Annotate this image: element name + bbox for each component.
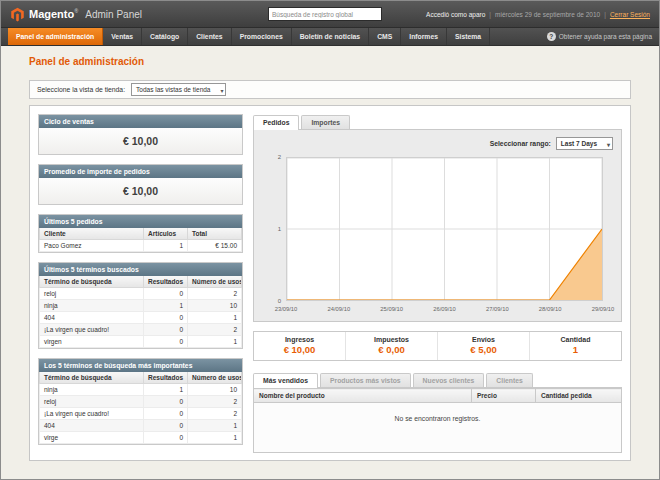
search-term: 404: [40, 312, 144, 324]
search-uses: 2: [188, 408, 242, 420]
nav-item-system[interactable]: Sistema: [447, 28, 490, 45]
dashboard-main-box: Ciclo de ventas € 10,00 Promedio de impo…: [29, 105, 631, 461]
chart-grid: [287, 158, 602, 300]
column-header: Número de usos: [188, 276, 242, 288]
tab-customers[interactable]: Clientes: [486, 373, 532, 387]
last-orders-panel: Últimos 5 pedidos Cliente Artículos Tota…: [38, 214, 243, 253]
search-results: 0: [144, 312, 188, 324]
nav-item-catalog[interactable]: Catálogo: [142, 28, 188, 45]
logged-in-text: Accedió como aparo: [426, 11, 485, 18]
lifetime-sales-value: € 10,00: [39, 128, 242, 154]
nav-item-dashboard[interactable]: Panel de administración: [8, 28, 103, 45]
range-select[interactable]: Last 7 Days: [556, 137, 613, 150]
magento-logo-icon: [10, 7, 25, 22]
column-header: Resultados: [144, 372, 188, 384]
search-term-row[interactable]: reloj 0 2: [40, 288, 242, 300]
separator: |: [604, 11, 606, 18]
magento-logo[interactable]: Magento® Admin Panel: [10, 7, 142, 22]
search-term: reloj: [40, 396, 144, 408]
tab-most-viewed[interactable]: Productos más vistos: [320, 373, 411, 387]
empty-row: No se encontraron registros.: [254, 403, 622, 453]
search-term-row[interactable]: ¡La virgen que cuadro! 0 2: [40, 408, 242, 420]
nav-item-promotions[interactable]: Promociones: [232, 28, 292, 45]
store-switcher-label: Seleccione la vista de tienda:: [37, 86, 125, 93]
search-term: 404: [40, 420, 144, 432]
y-axis-label: 0: [278, 298, 281, 304]
search-term: ninja: [40, 384, 144, 396]
range-selected-value: Last 7 Days: [561, 140, 597, 147]
nav-item-reports[interactable]: Informes: [401, 28, 447, 45]
search-term-row[interactable]: 404 0 1: [40, 312, 242, 324]
range-select-label: Seleccionar rango:: [490, 140, 551, 147]
total-label: Cantidad: [530, 336, 621, 343]
tab-bestsellers[interactable]: Más vendidos: [253, 373, 318, 388]
total-quantity: Cantidad 1: [529, 332, 621, 360]
chart-plot: [286, 157, 603, 301]
x-axis-label: 26/09/10: [433, 306, 456, 312]
search-term-row[interactable]: virgen 0 1: [40, 336, 242, 348]
search-term-row[interactable]: virge 0 1: [40, 432, 242, 444]
magento-admin-window: Magento® Admin Panel Accedió como aparo …: [0, 0, 660, 480]
column-header: Precio: [472, 389, 536, 403]
help-link[interactable]: Obtener ayuda para esta página: [547, 28, 652, 45]
search-results: 0: [144, 396, 188, 408]
y-axis: 012: [268, 157, 284, 301]
search-term: virge: [40, 432, 144, 444]
brand-text: Magento: [29, 8, 74, 20]
tab-pedidos[interactable]: Pedidos: [253, 115, 299, 130]
dashboard-right-column: Pedidos Importes Seleccionar rango: Last…: [253, 114, 622, 452]
search-term-row[interactable]: ¡La virgen que cuadro! 0 2: [40, 324, 242, 336]
nav-item-customers[interactable]: Clientes: [188, 28, 231, 45]
search-term: ¡La virgen que cuadro!: [40, 408, 144, 420]
nav-item-sales[interactable]: Ventas: [103, 28, 142, 45]
x-axis-label: 28/09/10: [539, 306, 562, 312]
panel-title: Últimos 5 pedidos: [39, 215, 242, 228]
search-term-row[interactable]: ninja 1 10: [40, 384, 242, 396]
top-search-terms-table: Término de búsqueda Resultados Número de…: [39, 372, 242, 444]
order-customer: Paco Gomez: [40, 240, 144, 252]
order-row[interactable]: Paco Gomez 1 € 15.00: [40, 240, 242, 252]
search-term-row[interactable]: ninja 1 10: [40, 300, 242, 312]
order-total: € 15.00: [188, 240, 242, 252]
last-orders-table: Cliente Artículos Total Paco Gomez 1 € 1…: [39, 228, 242, 252]
search-term-row[interactable]: 404 0 1: [40, 420, 242, 432]
store-switcher-bar: Seleccione la vista de tienda: Todas las…: [29, 80, 631, 99]
search-results: 1: [144, 300, 188, 312]
tab-new-customers[interactable]: Nuevos clientes: [413, 373, 485, 387]
search-uses: 1: [188, 432, 242, 444]
global-search-input[interactable]: [268, 7, 382, 21]
panel-title: Promedio de importe de pedidos: [39, 165, 242, 178]
no-records-message: No se encontraron registros.: [254, 403, 622, 453]
average-orders-value: € 10,00: [39, 178, 242, 204]
search-uses: 1: [188, 336, 242, 348]
search-results: 1: [144, 384, 188, 396]
chart-plot-wrap: 012 23/09/1024/09/1025/09/1026/09/1027/0…: [286, 157, 603, 315]
bestsellers-table: Nombre del producto Precio Cantidad pedi…: [253, 388, 622, 453]
x-axis-label: 27/09/10: [486, 306, 509, 312]
total-label: Impuestos: [346, 336, 437, 343]
total-label: Ingresos: [254, 336, 345, 343]
search-results: 0: [144, 408, 188, 420]
search-results: 0: [144, 324, 188, 336]
nav-item-cms[interactable]: CMS: [369, 28, 401, 45]
search-term-row[interactable]: reloj 0 2: [40, 396, 242, 408]
tab-importes[interactable]: Importes: [301, 115, 350, 129]
dashboard-left-column: Ciclo de ventas € 10,00 Promedio de impo…: [38, 114, 243, 452]
search-results: 0: [144, 288, 188, 300]
y-axis-label: 1: [278, 226, 281, 232]
search-uses: 10: [188, 384, 242, 396]
column-header: Término de búsqueda: [40, 276, 144, 288]
store-view-select[interactable]: Todas las vistas de tienda: [131, 83, 226, 96]
column-header: Término de búsqueda: [40, 372, 144, 384]
column-header: Resultados: [144, 276, 188, 288]
column-header: Total: [188, 228, 242, 240]
nav-item-newsletter[interactable]: Boletín de noticias: [292, 28, 369, 45]
panel-title: Los 5 términos de búsqueda más important…: [39, 359, 242, 372]
total-shipping: Envíos € 5,00: [437, 332, 529, 360]
orders-chart-panel: Seleccionar rango: Last 7 Days 012: [253, 130, 622, 322]
logout-link[interactable]: Cerrar Sesión: [610, 11, 650, 18]
x-axis-label: 24/09/10: [328, 306, 351, 312]
average-orders-panel: Promedio de importe de pedidos € 10,00: [38, 164, 243, 205]
session-info: Accedió como aparo | miércoles 29 de sep…: [426, 11, 650, 18]
top-header: Magento® Admin Panel Accedió como aparo …: [1, 1, 659, 28]
